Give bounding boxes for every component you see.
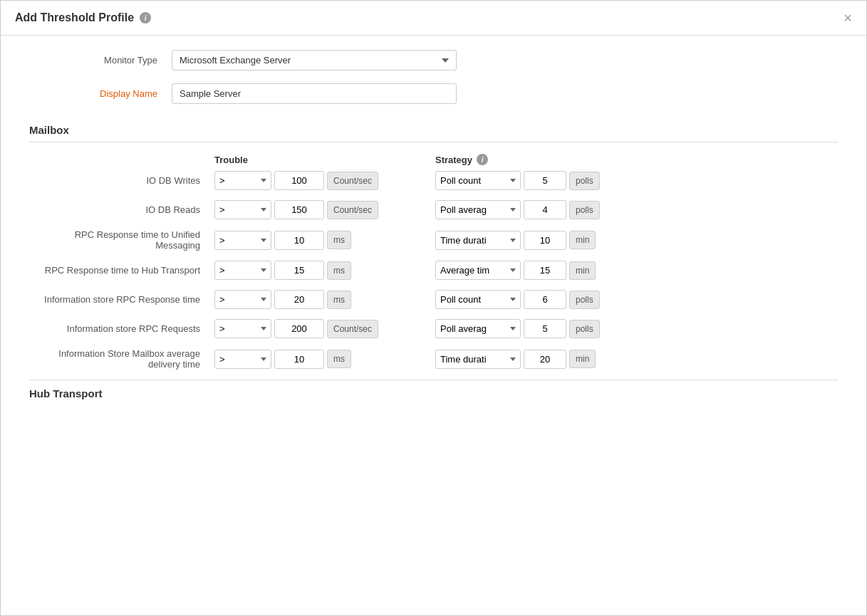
metric-row: RPC Response time to Hub Transport><>=<=… bbox=[29, 261, 838, 280]
strategy-value-input[interactable] bbox=[524, 319, 566, 338]
metric-row: Information store RPC Response time><>=<… bbox=[29, 290, 838, 309]
strategy-unit-label: polls bbox=[569, 172, 600, 190]
strategy-select[interactable]: Poll countPoll averagTime duratiAverage … bbox=[435, 261, 521, 280]
operator-select[interactable]: ><>=<== bbox=[214, 290, 271, 309]
operator-select[interactable]: ><>=<== bbox=[214, 231, 271, 250]
trouble-value-input[interactable] bbox=[274, 261, 324, 280]
strategy-section: Poll countPoll averagTime duratiAverage … bbox=[435, 290, 600, 309]
strategy-header-text: Strategy bbox=[435, 155, 472, 165]
hub-transport-section-title: Hub Transport bbox=[29, 380, 838, 405]
strategy-select[interactable]: Poll countPoll averagTime duratiAverage … bbox=[435, 231, 521, 250]
strategy-value-input[interactable] bbox=[524, 231, 566, 250]
metric-row: IO DB Reads><>=<==Count/secPoll countPol… bbox=[29, 200, 838, 219]
operator-select[interactable]: ><>=<== bbox=[214, 261, 271, 280]
trouble-unit-label: ms bbox=[327, 291, 351, 309]
trouble-unit-label: ms bbox=[327, 261, 351, 280]
trouble-value-input[interactable] bbox=[274, 171, 324, 190]
display-name-label: Display Name bbox=[29, 88, 172, 99]
metric-label: RPC Response time to Hub Transport bbox=[29, 265, 214, 276]
strategy-value-input[interactable] bbox=[524, 350, 566, 369]
monitor-type-control: Microsoft Exchange Server bbox=[172, 50, 457, 71]
display-name-control bbox=[172, 83, 457, 104]
trouble-section: ><>=<==Count/sec bbox=[214, 319, 407, 338]
operator-select[interactable]: ><>=<== bbox=[214, 319, 271, 338]
strategy-select[interactable]: Poll countPoll averagTime duratiAverage … bbox=[435, 290, 521, 309]
trouble-section: ><>=<==Count/sec bbox=[214, 171, 407, 190]
metric-label: Information Store Mailbox average delive… bbox=[29, 348, 214, 370]
trouble-unit-label: ms bbox=[327, 350, 351, 368]
trouble-section: ><>=<==ms bbox=[214, 350, 407, 369]
trouble-value-input[interactable] bbox=[274, 200, 324, 219]
table-header: Trouble Strategy i bbox=[29, 154, 838, 165]
strategy-unit-label: min bbox=[569, 231, 596, 249]
operator-select[interactable]: ><>=<== bbox=[214, 350, 271, 369]
close-button[interactable]: × bbox=[843, 11, 852, 25]
strategy-section: Poll countPoll averagTime duratiAverage … bbox=[435, 200, 600, 219]
strategy-info-icon: i bbox=[477, 154, 488, 165]
metric-row: IO DB Writes><>=<==Count/secPoll countPo… bbox=[29, 171, 838, 190]
display-name-input[interactable] bbox=[172, 83, 457, 104]
metric-label: RPC Response time to Unified Messaging bbox=[29, 229, 214, 251]
strategy-select[interactable]: Poll countPoll averagTime duratiAverage … bbox=[435, 319, 521, 338]
strategy-unit-label: polls bbox=[569, 320, 600, 338]
trouble-header: Trouble bbox=[214, 155, 407, 165]
strategy-value-input[interactable] bbox=[524, 290, 566, 309]
trouble-unit-label: Count/sec bbox=[327, 201, 378, 219]
monitor-type-select[interactable]: Microsoft Exchange Server bbox=[172, 50, 457, 71]
mailbox-section-title: Mailbox bbox=[29, 117, 838, 142]
metric-row: RPC Response time to Unified Messaging><… bbox=[29, 229, 838, 251]
metric-row: Information store RPC Requests><>=<==Cou… bbox=[29, 319, 838, 338]
strategy-unit-label: polls bbox=[569, 201, 600, 219]
metric-row: Information Store Mailbox average delive… bbox=[29, 348, 838, 370]
strategy-section: Poll countPoll averagTime duratiAverage … bbox=[435, 171, 600, 190]
dialog-header: Add Threshold Profile i × bbox=[1, 1, 866, 36]
strategy-section: Poll countPoll averagTime duratiAverage … bbox=[435, 319, 600, 338]
trouble-unit-label: Count/sec bbox=[327, 172, 378, 190]
strategy-header: Strategy i bbox=[435, 154, 488, 165]
trouble-section: ><>=<==ms bbox=[214, 290, 407, 309]
dialog-body: Monitor Type Microsoft Exchange Server D… bbox=[1, 36, 866, 615]
strategy-unit-label: min bbox=[569, 350, 596, 368]
metric-label: IO DB Reads bbox=[29, 204, 214, 215]
strategy-unit-label: min bbox=[569, 261, 596, 280]
trouble-section: ><>=<==Count/sec bbox=[214, 200, 407, 219]
trouble-unit-label: ms bbox=[327, 231, 351, 249]
info-icon: i bbox=[140, 12, 151, 24]
trouble-unit-label: Count/sec bbox=[327, 320, 378, 338]
trouble-value-input[interactable] bbox=[274, 319, 324, 338]
trouble-value-input[interactable] bbox=[274, 350, 324, 369]
display-name-row: Display Name bbox=[29, 83, 838, 104]
monitor-type-label: Monitor Type bbox=[29, 55, 172, 66]
strategy-value-input[interactable] bbox=[524, 171, 566, 190]
strategy-select[interactable]: Poll countPoll averagTime duratiAverage … bbox=[435, 200, 521, 219]
operator-select[interactable]: ><>=<== bbox=[214, 200, 271, 219]
trouble-value-input[interactable] bbox=[274, 231, 324, 250]
dialog-title: Add Threshold Profile i bbox=[15, 11, 151, 24]
strategy-section: Poll countPoll averagTime duratiAverage … bbox=[435, 261, 596, 280]
strategy-section: Poll countPoll averagTime duratiAverage … bbox=[435, 350, 596, 369]
metric-label: IO DB Writes bbox=[29, 175, 214, 186]
monitor-type-row: Monitor Type Microsoft Exchange Server bbox=[29, 50, 838, 71]
metrics-container: IO DB Writes><>=<==Count/secPoll countPo… bbox=[29, 171, 838, 370]
dialog-title-text: Add Threshold Profile bbox=[15, 11, 134, 24]
strategy-select[interactable]: Poll countPoll averagTime duratiAverage … bbox=[435, 171, 521, 190]
strategy-value-input[interactable] bbox=[524, 261, 566, 280]
trouble-value-input[interactable] bbox=[274, 290, 324, 309]
metric-label: Information store RPC Requests bbox=[29, 323, 214, 334]
strategy-value-input[interactable] bbox=[524, 200, 566, 219]
operator-select[interactable]: ><>=<== bbox=[214, 171, 271, 190]
trouble-section: ><>=<==ms bbox=[214, 231, 407, 250]
metric-label: Information store RPC Response time bbox=[29, 294, 214, 305]
strategy-section: Poll countPoll averagTime duratiAverage … bbox=[435, 231, 596, 250]
strategy-unit-label: polls bbox=[569, 291, 600, 309]
strategy-select[interactable]: Poll countPoll averagTime duratiAverage … bbox=[435, 350, 521, 369]
dialog: Add Threshold Profile i × Monitor Type M… bbox=[0, 0, 867, 616]
trouble-section: ><>=<==ms bbox=[214, 261, 407, 280]
